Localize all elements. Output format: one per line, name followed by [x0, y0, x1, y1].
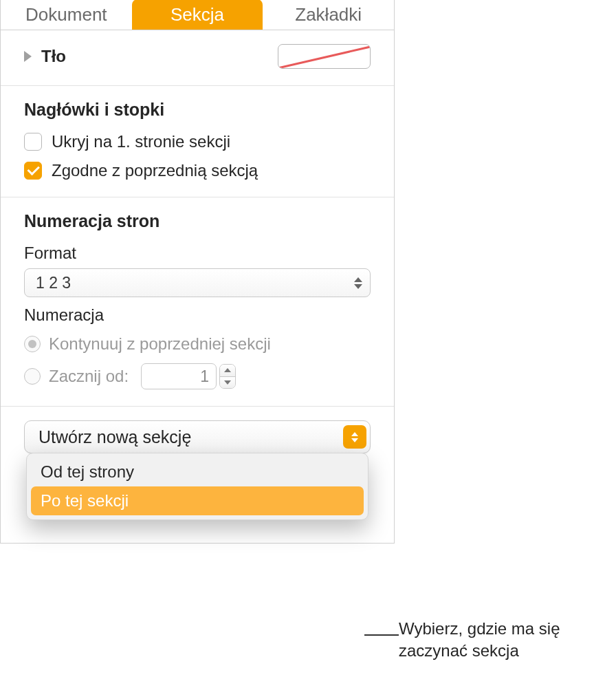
create-section-area: Utwórz nową sekcję Od tej strony Po tej …	[1, 407, 394, 543]
background-color-well[interactable]	[278, 44, 371, 69]
format-select-value: 1 2 3	[36, 274, 71, 292]
headers-footers-section: Nagłówki i stopki Ukryj na 1. stronie se…	[1, 86, 394, 197]
tab-bookmarks[interactable]: Zakładki	[263, 0, 394, 30]
start-at-label: Zacznij od:	[49, 367, 129, 386]
updown-arrows-icon	[349, 271, 367, 294]
section-inspector-panel: Dokument Sekcja Zakładki Tło Nagłówki i …	[0, 0, 395, 544]
start-at-radio[interactable]	[24, 368, 41, 385]
dropdown-option-after-section[interactable]: Po tej sekcji	[31, 486, 364, 515]
popup-arrows-icon	[343, 425, 366, 449]
chevron-right-icon	[24, 51, 32, 62]
create-section-label: Utwórz nową sekcję	[38, 427, 191, 447]
tab-document[interactable]: Dokument	[1, 0, 132, 30]
continue-from-previous-radio[interactable]	[24, 336, 41, 352]
callout-text: Wybierz, gdzie ma się zaczynać sekcja	[399, 618, 605, 663]
create-section-popup[interactable]: Utwórz nową sekcję Od tej strony Po tej …	[24, 420, 371, 453]
create-section-dropdown: Od tej strony Po tej sekcji	[26, 453, 368, 520]
format-select[interactable]: 1 2 3	[24, 268, 371, 297]
background-disclosure[interactable]: Tło	[24, 47, 66, 66]
callout-leader-line	[364, 634, 399, 636]
start-at-stepper[interactable]	[219, 364, 236, 389]
tab-section[interactable]: Sekcja	[132, 0, 263, 30]
start-at-input[interactable]	[141, 363, 217, 389]
hide-on-first-page-checkbox[interactable]	[24, 133, 42, 151]
page-numbers-heading: Numeracja stron	[24, 211, 371, 231]
page-numbers-section: Numeracja stron Format 1 2 3 Numeracja K…	[1, 197, 394, 407]
hide-on-first-page-label: Ukryj na 1. stronie sekcji	[52, 132, 230, 151]
background-section: Tło	[1, 30, 394, 86]
tab-bar: Dokument Sekcja Zakładki	[1, 0, 394, 30]
continue-from-previous-label: Kontynuuj z poprzedniej sekcji	[49, 334, 271, 354]
stepper-up-button[interactable]	[220, 365, 235, 377]
stepper-down-button[interactable]	[220, 377, 235, 389]
match-previous-section-label: Zgodne z poprzednią sekcją	[52, 161, 258, 180]
match-previous-section-checkbox[interactable]	[24, 162, 42, 180]
headers-footers-heading: Nagłówki i stopki	[24, 100, 371, 120]
numbering-label: Numeracja	[24, 305, 371, 325]
dropdown-option-from-page[interactable]: Od tej strony	[31, 458, 364, 486]
format-label: Format	[24, 244, 371, 263]
background-label: Tło	[41, 47, 66, 66]
